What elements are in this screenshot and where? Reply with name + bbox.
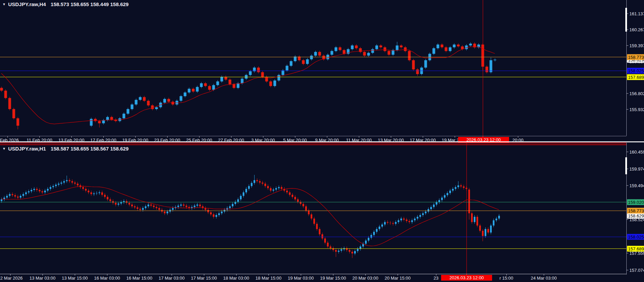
h1-ohlc-quotes: 158.587 158.655 158.567 158.629 [51, 146, 128, 152]
red-stripe-2 [0, 144, 626, 145]
price-tick-label: 160.459 [629, 149, 644, 155]
time-tick-label: 24 Mar 03:00 [531, 276, 557, 281]
time-tick-label: 16 Mar 03:00 [94, 276, 120, 281]
yellow-level-line-price-label: 157.689 [627, 246, 644, 251]
price-tick-mark [627, 253, 628, 253]
h4-chart-canvas[interactable] [0, 0, 626, 136]
time-tick-label: 20 Mar 03:00 [352, 276, 379, 281]
price-scale-range-bar[interactable] [625, 8, 627, 32]
price-tick-mark [627, 152, 628, 152]
orange-level-line-price-label: 158.773 [627, 54, 644, 60]
mt5-workspace: ▼USDJPY.raw,H4158.573 158.655 158.449 15… [0, 0, 644, 282]
candles[interactable] [1, 175, 500, 258]
price-scale-range-bar[interactable] [625, 157, 627, 174]
ma-line[interactable] [1, 47, 495, 124]
price-tick-label: 159.974 [629, 166, 644, 171]
h1-chart-canvas[interactable] [0, 143, 626, 274]
h4-symbol-period: USDJPY.raw,H4 [8, 1, 46, 7]
time-tick-label: 18 Mar 15:00 [256, 276, 282, 281]
h1-price-axis[interactable]: 160.459159.974159.494158.524157.559157.0… [626, 143, 644, 275]
price-tick-mark [627, 46, 628, 46]
price-tick-label: 157.074 [629, 268, 644, 273]
time-tick-label: 17 Mar 15:00 [191, 276, 217, 281]
vline-timestamp-label: 2026.03.23 12:00 [441, 275, 492, 281]
time-tick-label: 17 Mar 03:00 [159, 276, 185, 281]
price-tick-mark [627, 270, 628, 270]
collapse-triangle-icon[interactable]: ▼ [2, 147, 6, 151]
h4-time-axis[interactable]: 9 Feb 202611 Feb 20:0013 Feb 20:0017 Feb… [0, 136, 626, 142]
price-tick-mark [627, 186, 628, 186]
h4-chart-title: ▼USDJPY.raw,H4158.573 158.655 158.449 15… [2, 1, 128, 7]
yellow-level-line-price-label: 157.689 [627, 74, 644, 80]
blue-level-line-price-label: 158.025 [627, 68, 644, 74]
collapse-triangle-icon[interactable]: ▼ [2, 2, 6, 6]
orange-level-line-price-label: 158.773 [627, 208, 644, 214]
time-tick-label: 13 Mar 03:00 [30, 276, 56, 281]
price-tick-mark [627, 93, 628, 93]
h1-chart-title: ▼USDJPY.raw,H1158.587 158.655 158.567 15… [2, 146, 128, 152]
price-tick-label: 161.137 [629, 11, 644, 16]
time-tick-label: 13 Mar 15:00 [62, 276, 88, 281]
time-tick-label: 12 Mar 2026 [0, 276, 23, 281]
h4-price-axis[interactable]: 161.137160.267159.397158.527156.802155.9… [626, 0, 644, 136]
price-tick-label: 155.932 [629, 107, 644, 112]
window-separator[interactable] [0, 141, 644, 142]
h1-time-axis[interactable]: 12 Mar 202613 Mar 03:0013 Mar 15:0016 Ma… [0, 274, 626, 282]
time-tick-label: 23 [434, 276, 438, 281]
green-level-line-price-label: 159.020 [627, 199, 644, 205]
price-tick-mark [627, 109, 628, 110]
time-tick-label: 16 Mar 15:00 [126, 276, 153, 281]
price-tick-label: 159.397 [629, 43, 644, 48]
price-tick-label: 156.802 [629, 91, 644, 96]
time-tick-label: 18 Mar 03:00 [223, 276, 249, 281]
h1-symbol-period: USDJPY.raw,H1 [8, 146, 46, 152]
time-tick-label: 19 Mar 03:00 [288, 276, 314, 281]
candles[interactable] [0, 42, 497, 129]
current-price-label: 158.629 [627, 213, 644, 219]
h4-ohlc-quotes: 158.573 158.655 158.449 158.629 [51, 1, 128, 7]
time-tick-label: 20 Mar 15:00 [385, 276, 411, 281]
time-tick-label: r 15:00 [500, 276, 513, 281]
price-tick-mark [627, 219, 628, 219]
red-stripe-1 [0, 143, 626, 143]
price-tick-label: 160.267 [629, 27, 644, 32]
price-tick-label: 159.494 [629, 183, 644, 188]
blue-level-line-price-label: 158.025 [627, 234, 644, 240]
time-tick-label: 19 Mar 15:00 [320, 276, 346, 281]
